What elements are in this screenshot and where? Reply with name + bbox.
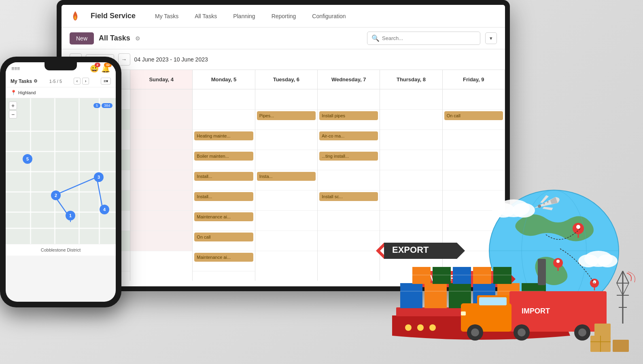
task-chip-pipes[interactable]: Pipes...	[257, 111, 316, 120]
col-header-wednesday: Wednesday, 7	[318, 70, 380, 89]
col-header-tuesday: Tuesday, 6	[255, 70, 317, 89]
cell-t5	[255, 190, 317, 211]
cal-col-friday: Friday, 9 On call	[443, 70, 505, 281]
prev-page-button[interactable]: ‹	[74, 78, 81, 85]
cell-th0	[380, 89, 442, 110]
cell-m7: On call	[193, 231, 255, 251]
nav-planning[interactable]: Planning	[230, 11, 259, 21]
phone-frame: ⠿⠿⠿ 😀 2 🔔 32 My Tasks ⚙	[0, 57, 121, 307]
col-header-thursday: Thursday, 8	[380, 70, 442, 89]
task-chip-installpipes[interactable]: Install pipes	[319, 111, 378, 120]
task-chip-boiler[interactable]: Boiler mainten...	[194, 152, 253, 161]
search-icon: 🔍	[371, 34, 380, 42]
cal-col-tuesday: Tuesday, 6 Pipes... Insta...	[255, 70, 318, 281]
calendar-columns: Sunday, 4 Monday, 5	[130, 70, 505, 281]
my-tasks-label: My Tasks	[11, 78, 32, 84]
map-pin-1[interactable]: 1	[66, 211, 75, 224]
map-pin-4[interactable]: 4	[100, 205, 109, 218]
search-box[interactable]: 🔍	[367, 32, 480, 45]
new-button[interactable]: New	[70, 32, 94, 44]
zoom-in-button[interactable]: +	[9, 102, 17, 110]
cell-s0	[130, 89, 192, 110]
cell-f2	[443, 130, 505, 150]
cell-w6	[318, 211, 380, 231]
cell-w1: Install pipes	[318, 110, 380, 130]
cal-col-sunday: Sunday, 4	[130, 70, 193, 281]
settings-icon[interactable]: ⚙	[34, 78, 38, 84]
location-pin-icon: 📍	[11, 90, 17, 95]
task-chip-oncall[interactable]: On call	[194, 233, 253, 241]
app-name: Field Service	[91, 12, 136, 20]
cell-w4	[318, 170, 380, 190]
phone-footer: Cobblestone District	[6, 244, 116, 256]
map-controls: + −	[9, 102, 17, 119]
cell-th3	[380, 150, 442, 170]
list-view-button[interactable]: ≡▾	[101, 78, 111, 85]
task-chip-installsc[interactable]: Install sc...	[319, 192, 378, 201]
cell-s3	[130, 150, 192, 170]
map-pin-3[interactable]: 3	[94, 172, 104, 185]
phone-nav-bar: My Tasks ⚙ 1-5 / 5 ‹ › ≡▾	[6, 75, 116, 87]
cell-f4	[443, 170, 505, 190]
nav-configuration[interactable]: Configuration	[309, 11, 349, 21]
cell-m2: Heating mainte...	[193, 130, 255, 150]
zoom-out-button[interactable]: −	[9, 110, 17, 119]
cell-th4	[380, 170, 442, 190]
map-pin-5[interactable]: 5	[23, 154, 32, 167]
laptop-mockup: Field Service My Tasks All Tasks Plannin…	[57, 0, 542, 332]
phone-screen: ⠿⠿⠿ 😀 2 🔔 32 My Tasks ⚙	[6, 62, 116, 302]
search-input[interactable]	[382, 35, 476, 41]
cell-t3	[255, 150, 317, 170]
phone-mockup: ⠿⠿⠿ 😀 2 🔔 32 My Tasks ⚙	[0, 57, 121, 307]
cell-f5	[443, 190, 505, 211]
col-header-sunday: Sunday, 4	[130, 70, 192, 89]
cell-w2: Air-co ma...	[318, 130, 380, 150]
nav-reporting[interactable]: Reporting	[268, 11, 299, 21]
cell-th6	[380, 211, 442, 231]
cell-f1: On call	[443, 110, 505, 130]
settings-gear-icon[interactable]: ⚙	[135, 35, 140, 42]
notification-badge-orange: 32	[104, 63, 112, 67]
task-chip-airco[interactable]: Air-co ma...	[319, 131, 378, 140]
task-chip-heating[interactable]: Heating mainte...	[194, 131, 253, 140]
cell-th1	[380, 110, 442, 130]
cell-w7	[318, 231, 380, 251]
search-dropdown-button[interactable]: ▾	[485, 32, 497, 44]
cell-f3	[443, 150, 505, 170]
col-header-friday: Friday, 9	[443, 70, 505, 89]
sub-toolbar: New All Tasks ⚙ 🔍 ▾	[62, 28, 505, 49]
cell-s1	[130, 110, 192, 130]
task-chip-insta1[interactable]: Insta...	[257, 172, 316, 181]
page-title: All Tasks	[99, 34, 130, 42]
cell-m4: Install...	[193, 170, 255, 190]
cell-f7	[443, 231, 505, 251]
next-page-button[interactable]: ›	[82, 78, 89, 85]
cell-m6: Maintenance ai...	[193, 211, 255, 231]
task-chip-maintenance2[interactable]: Maintenance ai...	[194, 253, 253, 262]
task-chip-maintenance1[interactable]: Maintenance ai...	[194, 212, 253, 221]
map-label-badge1: 384	[102, 103, 112, 108]
cobblestone-label: Cobblestone District	[41, 248, 81, 252]
cell-m1	[193, 110, 255, 130]
map-pin-2[interactable]: 2	[51, 190, 61, 203]
svg-text:4: 4	[103, 207, 106, 212]
cell-t7	[255, 231, 317, 251]
svg-text:1: 1	[69, 213, 72, 218]
nav-all-tasks[interactable]: All Tasks	[191, 11, 220, 21]
cell-s7	[130, 231, 192, 251]
top-navigation: Field Service My Tasks All Tasks Plannin…	[62, 5, 505, 28]
task-chip-install2[interactable]: Install...	[194, 192, 253, 201]
task-chip-oncall2[interactable]: On call	[444, 111, 503, 120]
task-chip-ting[interactable]: ...ting install...	[319, 152, 378, 161]
location-text: Highland	[18, 90, 36, 95]
cell-m0	[193, 89, 255, 110]
cell-th2	[380, 130, 442, 150]
cell-th5	[380, 190, 442, 211]
cal-col-wednesday: Wednesday, 7 Install pipes Air-co ma... …	[318, 70, 380, 281]
phone-map[interactable]: 1 2 3	[6, 98, 116, 244]
task-chip-install1[interactable]: Install...	[194, 172, 253, 181]
cell-f6	[443, 211, 505, 231]
nav-my-tasks[interactable]: My Tasks	[152, 11, 182, 21]
cell-f0	[443, 89, 505, 110]
cell-t6	[255, 211, 317, 231]
